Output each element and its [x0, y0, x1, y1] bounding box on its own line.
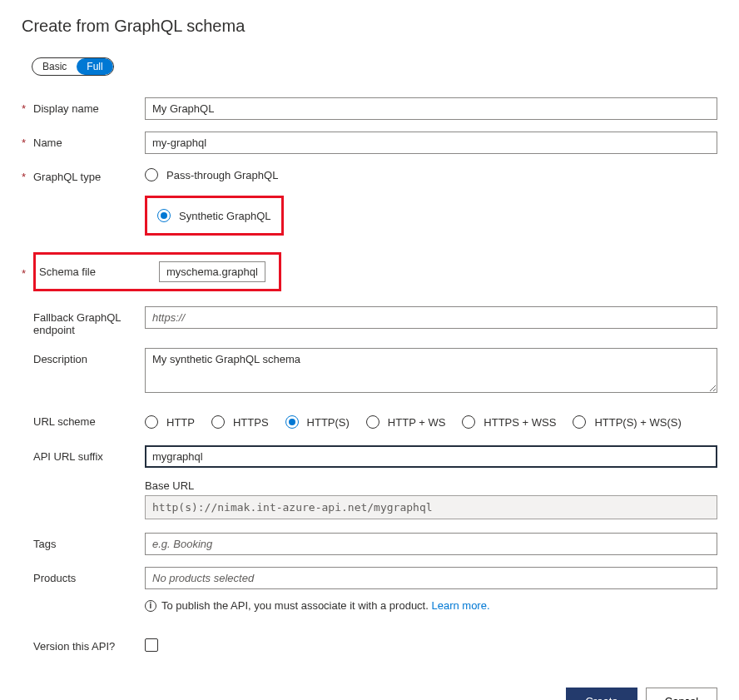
radio-https-wss[interactable]: HTTPS + WSS: [462, 413, 556, 431]
info-text: To publish the API, you must associate i…: [161, 599, 431, 612]
create-button[interactable]: Create: [566, 688, 637, 700]
radio-http-s-label: HTTP(S): [307, 416, 350, 429]
highlight-schema-file: Schema file myschema.graphql: [33, 252, 281, 291]
radio-icon: [157, 209, 171, 222]
radio-icon: [366, 415, 379, 429]
radio-http-s[interactable]: HTTP(S): [285, 413, 350, 431]
toggle-full[interactable]: Full: [77, 58, 112, 75]
label-schema-file: Schema file: [36, 266, 159, 278]
spacer: [22, 410, 33, 415]
spacer: [22, 306, 33, 311]
label-graphql-type: GraphQL type: [33, 166, 145, 183]
radio-icon: [211, 415, 225, 429]
label-api-url-suffix: API URL suffix: [33, 445, 145, 463]
info-row: i To publish the API, you must associate…: [145, 599, 717, 612]
spacer: [22, 567, 33, 572]
radio-icon: [285, 415, 299, 429]
radio-passthrough[interactable]: Pass-through GraphQL: [145, 166, 717, 184]
label-description: Description: [33, 348, 145, 365]
schema-file-box[interactable]: myschema.graphql: [159, 261, 265, 282]
label-fallback: Fallback GraphQL endpoint: [33, 306, 145, 336]
products-input[interactable]: [145, 567, 717, 589]
label-display-name: Display name: [33, 97, 145, 115]
label-products: Products: [33, 567, 145, 584]
label-tags: Tags: [33, 533, 145, 550]
radio-http-s-ws-s[interactable]: HTTP(S) + WS(S): [573, 413, 681, 431]
radio-icon: [145, 168, 158, 181]
radio-synthetic[interactable]: Synthetic GraphQL: [157, 206, 271, 225]
spacer: [22, 445, 33, 450]
label-version: Version this API?: [33, 635, 145, 653]
page-title: Create from GraphQL schema: [22, 17, 717, 36]
label-name: Name: [33, 132, 145, 149]
spacer: [22, 635, 33, 640]
required-marker: *: [22, 166, 33, 183]
radio-https-wss-label: HTTPS + WSS: [484, 416, 556, 429]
api-url-suffix-input[interactable]: [145, 445, 717, 468]
cancel-button[interactable]: Cancel: [646, 688, 717, 700]
radio-http-label: HTTP: [166, 416, 195, 429]
name-input[interactable]: [145, 132, 717, 154]
radio-http-ws-label: HTTP + WS: [388, 416, 445, 429]
highlight-synthetic: Synthetic GraphQL: [145, 196, 284, 236]
spacer: [22, 348, 33, 353]
radio-http-s-ws-s-label: HTTP(S) + WS(S): [594, 416, 681, 429]
required-marker: *: [22, 97, 33, 115]
learn-more-link[interactable]: Learn more.: [431, 599, 489, 612]
radio-https[interactable]: HTTPS: [211, 413, 269, 431]
radio-icon: [573, 415, 586, 429]
version-checkbox[interactable]: [145, 638, 158, 652]
display-name-input[interactable]: [145, 97, 717, 120]
info-icon: i: [145, 600, 156, 612]
description-input[interactable]: [145, 348, 717, 393]
radio-https-label: HTTPS: [233, 416, 269, 429]
label-base-url: Base URL: [145, 479, 717, 492]
spacer: [22, 533, 33, 538]
radio-icon: [145, 415, 158, 429]
toggle-basic[interactable]: Basic: [32, 58, 77, 75]
radio-http[interactable]: HTTP: [145, 413, 195, 431]
fallback-input[interactable]: [145, 306, 717, 329]
required-marker: *: [22, 252, 33, 280]
radio-passthrough-label: Pass-through GraphQL: [166, 169, 278, 181]
base-url-display: http(s)://nimak.int-azure-api.net/mygrap…: [145, 495, 717, 519]
radio-synthetic-label: Synthetic GraphQL: [179, 210, 271, 222]
tags-input[interactable]: [145, 533, 717, 555]
toggle-basic-full[interactable]: Basic Full: [32, 57, 114, 76]
label-url-scheme: URL scheme: [33, 410, 145, 428]
radio-icon: [462, 415, 475, 429]
radio-http-ws[interactable]: HTTP + WS: [366, 413, 445, 431]
required-marker: *: [22, 132, 33, 149]
